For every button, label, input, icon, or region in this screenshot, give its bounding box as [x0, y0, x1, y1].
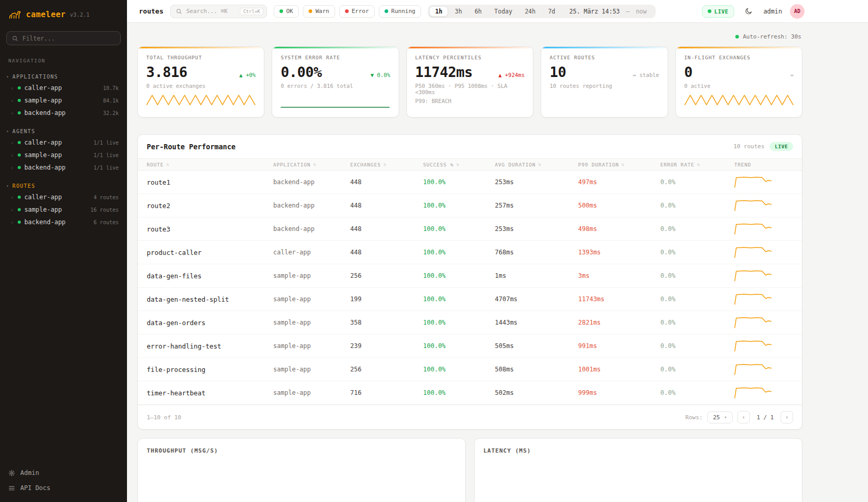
route-table-row[interactable]: data-gen-nested-split sample-app 199 100…: [138, 288, 802, 311]
sidebar-item-application[interactable]: › backend-app 32.2k: [0, 107, 127, 119]
column-header-exchanges[interactable]: EXCHANGES⇅: [350, 162, 423, 168]
sidebar-item-admin[interactable]: Admin: [8, 469, 119, 477]
column-header-application[interactable]: APPLICATION⇅: [273, 162, 350, 168]
error-rate-value: 0.0%: [660, 319, 734, 326]
status-filter-chip[interactable]: Warn: [303, 5, 335, 18]
app-version: v3.2.1: [70, 11, 90, 18]
kpi-delta: ▼ 0.0%: [371, 72, 390, 78]
p99-duration-value: 1393ms: [578, 249, 660, 256]
error-rate-value: 0.0%: [660, 178, 734, 186]
caret-down-icon: ▾: [6, 74, 9, 79]
route-table-row[interactable]: timer-heartbeat sample-app 716 100.0% 50…: [138, 381, 802, 405]
avg-duration-value: 253ms: [495, 178, 578, 186]
chip-label: Warn: [315, 8, 329, 15]
live-label: LIVE: [714, 8, 729, 15]
range-button-1h[interactable]: 1h: [429, 6, 448, 17]
route-table-row[interactable]: data-gen-orders sample-app 358 100.0% 14…: [138, 311, 802, 334]
status-filter-chip[interactable]: OK: [274, 5, 299, 18]
exchanges-value: 448: [350, 202, 423, 209]
kpi-accent-bar: [541, 47, 667, 48]
sort-icon: ⇅: [384, 162, 387, 167]
prev-page-button[interactable]: ‹: [737, 411, 750, 423]
range-button-7d[interactable]: 7d: [542, 6, 561, 17]
rows-per-page-select[interactable]: 25 ▾: [707, 411, 733, 423]
sidebar-item-api-docs[interactable]: API Docs: [8, 484, 119, 492]
nav-group-header-routes[interactable]: ▾ ROUTES: [0, 180, 127, 191]
item-label: backend-app: [24, 109, 66, 117]
range-button-3h[interactable]: 3h: [449, 6, 468, 17]
filter-input[interactable]: [22, 35, 115, 42]
application-name: sample-app: [273, 342, 350, 350]
status-filter-chip[interactable]: Running: [379, 5, 421, 18]
column-header-route[interactable]: ROUTE⇅: [138, 162, 273, 168]
search-shortcut-kbd: Ctrl+K: [240, 8, 263, 15]
theme-toggle-button[interactable]: [742, 5, 756, 18]
success-rate-value: 100.0%: [423, 295, 495, 303]
column-header-p99-duration[interactable]: P99 DURATION⇅: [578, 162, 660, 168]
date-range-display[interactable]: 25. März 14:53 — now: [562, 8, 654, 15]
nav-group-header-applications[interactable]: ▾ APPLICATIONS: [0, 71, 127, 82]
navigation-label: NAVIGATION: [8, 58, 119, 63]
success-rate-value: 100.0%: [423, 319, 495, 326]
p99-duration-value: 999ms: [578, 389, 660, 396]
caret-down-icon: ▾: [6, 184, 9, 188]
route-table-row[interactable]: product-caller caller-app 448 100.0% 768…: [138, 241, 802, 264]
application-name: sample-app: [273, 389, 350, 396]
sort-icon: ⇅: [456, 162, 459, 167]
exchanges-value: 199: [350, 295, 423, 303]
avatar[interactable]: AD: [790, 4, 805, 19]
column-header-error-rate[interactable]: ERROR RATE⇅: [660, 162, 734, 168]
sidebar-item-route[interactable]: › caller-app 4 routes: [0, 191, 127, 203]
sidebar-item-agent[interactable]: › backend-app 1/1 live: [0, 161, 127, 174]
column-header-avg-duration[interactable]: AVG DURATION⇅: [495, 162, 578, 168]
kpi-in-flight-exchanges: IN-FLIGHT EXCHANGES 0 ⇔ 0 active: [675, 46, 802, 118]
range-button-6h[interactable]: 6h: [469, 6, 488, 17]
sidebar-item-agent[interactable]: › sample-app 1/1 live: [0, 149, 127, 161]
page-title: routes: [139, 7, 163, 15]
next-page-button[interactable]: ›: [781, 411, 793, 423]
route-name: data-gen-files: [138, 272, 273, 280]
sidebar-item-agent[interactable]: › caller-app 1/1 live: [0, 136, 127, 149]
nav-group-header-agents[interactable]: ▾ AGENTS: [0, 125, 127, 136]
kpi-subtext: 0 active exchanges: [146, 83, 256, 89]
global-search-box[interactable]: Search... ⌘K Ctrl+K: [170, 5, 267, 18]
item-badge: 32.2k: [103, 110, 119, 116]
status-dot: [309, 9, 312, 13]
column-header-success[interactable]: SUCCESS %⇅: [423, 162, 495, 168]
route-table-row[interactable]: route2 backend-app 448 100.0% 257ms 500m…: [138, 194, 802, 217]
sidebar-item-application[interactable]: › caller-app 10.7k: [0, 82, 127, 94]
avg-duration-value: 253ms: [495, 225, 578, 233]
application-name: backend-app: [273, 178, 350, 186]
panel-title: Per-Route Performance: [147, 143, 236, 151]
nav-group-applications: ▾ APPLICATIONS › caller-app 10.7k ›: [0, 65, 127, 119]
avg-duration-value: 505ms: [495, 342, 578, 350]
table-footer: 1–10 of 10 Rows: 25 ▾ ‹ 1 / 1 ›: [138, 405, 802, 429]
kpi-sparkline: [146, 92, 256, 109]
live-status-pill[interactable]: LIVE: [702, 5, 734, 18]
kpi-delta: ⇔: [790, 72, 794, 78]
status-filter-chip[interactable]: Error: [339, 5, 375, 18]
p99-duration-value: 11743ms: [578, 295, 660, 303]
route-table-row[interactable]: route1 backend-app 448 100.0% 253ms 497m…: [138, 171, 802, 194]
exchanges-value: 239: [350, 342, 423, 350]
route-table-row[interactable]: route3 backend-app 448 100.0% 253ms 498m…: [138, 217, 802, 241]
exchanges-value: 448: [350, 178, 423, 186]
route-table-row[interactable]: error-handling-test sample-app 239 100.0…: [138, 334, 802, 358]
sidebar-item-route[interactable]: › backend-app 6 routes: [0, 216, 127, 228]
sidebar-item-route[interactable]: › sample-app 16 routes: [0, 203, 127, 216]
kpi-accent-bar: [272, 47, 398, 48]
range-button-today[interactable]: Today: [489, 6, 518, 17]
kpi-value: 10: [550, 64, 566, 80]
sidebar-item-application[interactable]: › sample-app 84.1k: [0, 94, 127, 107]
app-name: cameleer: [26, 10, 66, 19]
sort-icon: ⇅: [538, 162, 541, 167]
trend-sparkline: [734, 246, 772, 259]
kpi-subtext: 0 errors / 3.816 total: [280, 83, 390, 89]
sidebar-filter-box[interactable]: [6, 31, 121, 45]
route-table-row[interactable]: data-gen-files sample-app 256 100.0% 1ms…: [138, 264, 802, 288]
item-badge: 1/1 live: [94, 140, 119, 146]
route-table-row[interactable]: file-processing sample-app 256 100.0% 50…: [138, 358, 802, 381]
range-button-24h[interactable]: 24h: [519, 6, 541, 17]
kpi-value: 3.816: [146, 64, 187, 80]
docs-icon: [8, 485, 15, 492]
